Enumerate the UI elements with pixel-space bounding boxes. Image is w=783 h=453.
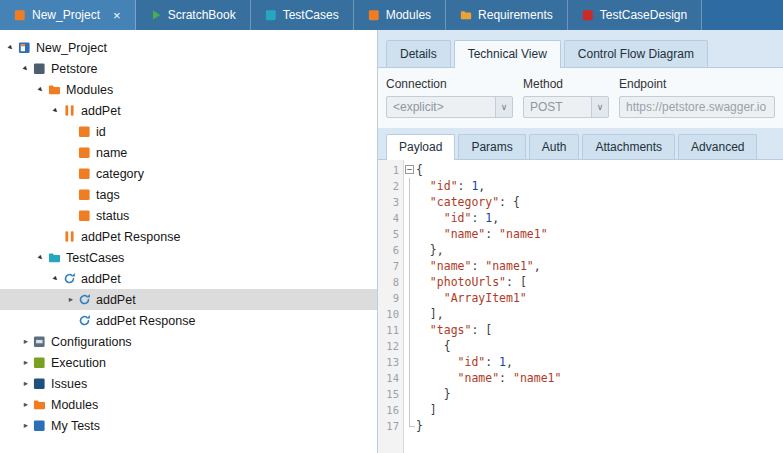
fold-guide	[403, 370, 416, 386]
mytests-icon	[33, 419, 46, 432]
collapse-arrow-icon[interactable]: ▸	[33, 82, 49, 98]
method-select[interactable]: POST	[523, 96, 609, 118]
line-number: 8	[378, 274, 403, 290]
fold-guide	[403, 322, 416, 338]
fold-toggle-icon[interactable]	[403, 162, 416, 178]
tab-technical-view[interactable]: Technical View	[454, 40, 561, 68]
indent-spacer	[0, 404, 19, 405]
fold-guide	[403, 418, 416, 434]
tree-item-new-project[interactable]: ▸New_Project	[0, 37, 377, 58]
tree-item-modules[interactable]: ▸Modules	[0, 394, 377, 415]
fold-guide	[403, 290, 416, 306]
tree-item-my-tests[interactable]: ▸My Tests	[0, 415, 377, 436]
top-tab-new-project[interactable]: New_Project×	[0, 0, 136, 30]
editor-line: 15 }	[378, 386, 783, 402]
payload-editor[interactable]: 1{2 "id": 1,3 "category": {4 "id": 1,5 "…	[378, 160, 783, 453]
indent-spacer	[0, 362, 19, 363]
execution-icon	[33, 356, 46, 369]
tree-item-modules[interactable]: ▸Modules	[0, 79, 377, 100]
tree-item-tags[interactable]: tags	[0, 184, 377, 205]
fold-guide	[403, 210, 416, 226]
testcases-icon	[265, 9, 277, 21]
code-text: "id": 1,	[416, 210, 499, 226]
top-tab-testcases[interactable]: TestCases	[251, 0, 354, 30]
testcase-icon	[63, 272, 76, 285]
expand-arrow-icon[interactable]: ▸	[19, 337, 33, 346]
tree-item-addpet[interactable]: ▸addPet	[0, 268, 377, 289]
line-number: 13	[378, 354, 403, 370]
line-number: 4	[378, 210, 403, 226]
tree-item-configurations[interactable]: ▸Configurations	[0, 331, 377, 352]
fold-guide	[403, 402, 416, 418]
tree-item-testcases[interactable]: ▸TestCases	[0, 247, 377, 268]
indent-spacer	[0, 425, 19, 426]
tree-item-id[interactable]: id	[0, 121, 377, 142]
module-icon	[63, 230, 76, 243]
tree-item-addpet-response[interactable]: addPet Response	[0, 310, 377, 331]
tree-item-addpet-response[interactable]: addPet Response	[0, 226, 377, 247]
tree-item-addpet[interactable]: ▸addPet	[0, 289, 377, 310]
tab-advanced[interactable]: Advanced	[678, 134, 757, 159]
collapse-arrow-icon[interactable]: ▸	[33, 250, 49, 266]
folder-orange-icon	[48, 83, 61, 96]
chevron-down-icon[interactable]	[591, 97, 608, 117]
tree-item-category[interactable]: category	[0, 163, 377, 184]
scratchbook-icon	[150, 9, 162, 21]
indent-spacer	[0, 47, 4, 48]
tree-item-label: addPet	[96, 293, 136, 307]
collapse-arrow-icon[interactable]: ▸	[3, 40, 19, 56]
tab-label: Modules	[386, 8, 431, 22]
tree-item-name[interactable]: name	[0, 142, 377, 163]
endpoint-input[interactable]: https://petstore.swagger.io	[619, 96, 775, 118]
line-number: 11	[378, 322, 403, 338]
code-text: ]	[416, 402, 437, 418]
editor-line: 14 "name": "name1"	[378, 370, 783, 386]
tab-params[interactable]: Params	[458, 134, 525, 159]
tab-close-icon[interactable]: ×	[113, 9, 121, 22]
request-form: Connection Method Endpoint <explicit> PO…	[378, 68, 783, 128]
tree-item-status[interactable]: status	[0, 205, 377, 226]
tree-item-addpet[interactable]: ▸addPet	[0, 100, 377, 121]
expand-arrow-icon[interactable]: ▸	[19, 379, 33, 388]
tab-payload[interactable]: Payload	[386, 134, 455, 160]
top-tab-testcasedesign[interactable]: TestCaseDesign	[568, 0, 702, 30]
new-project-icon	[14, 9, 26, 21]
tab-label: TestCases	[283, 8, 339, 22]
tab-attachments[interactable]: Attachments	[582, 134, 675, 159]
expand-arrow-icon[interactable]: ▸	[64, 295, 78, 304]
package-icon	[33, 62, 46, 75]
tab-auth[interactable]: Auth	[529, 134, 580, 159]
editor-line: 13 "id": 1,	[378, 354, 783, 370]
fold-guide	[403, 226, 416, 242]
expand-arrow-icon[interactable]: ▸	[19, 400, 33, 409]
expand-arrow-icon[interactable]: ▸	[19, 358, 33, 367]
collapse-arrow-icon[interactable]: ▸	[18, 61, 34, 77]
code-text: "tags": [	[416, 322, 492, 338]
connection-select[interactable]: <explicit>	[386, 96, 513, 118]
collapse-arrow-icon[interactable]: ▸	[48, 271, 64, 287]
module-icon	[63, 104, 76, 117]
indent-spacer	[0, 194, 64, 195]
modules-icon	[368, 9, 380, 21]
collapse-arrow-icon[interactable]: ▸	[48, 103, 64, 119]
indent-spacer	[0, 110, 49, 111]
tree-item-label: Configurations	[51, 335, 132, 349]
connection-label: Connection	[386, 77, 513, 91]
editor-line: 12 {	[378, 338, 783, 354]
tab-control-flow-diagram[interactable]: Control Flow Diagram	[564, 40, 708, 67]
tree-item-petstore[interactable]: ▸Petstore	[0, 58, 377, 79]
tab-details[interactable]: Details	[386, 40, 451, 67]
expand-arrow-icon[interactable]: ▸	[19, 421, 33, 430]
editor-line: 6 },	[378, 242, 783, 258]
tree-item-execution[interactable]: ▸Execution	[0, 352, 377, 373]
chevron-down-icon[interactable]	[495, 97, 512, 117]
code-text: ],	[416, 306, 444, 322]
tree-item-issues[interactable]: ▸Issues	[0, 373, 377, 394]
project-tree: ▸New_Project▸Petstore▸Modules▸addPetidna…	[0, 30, 378, 453]
code-text: "id": 1,	[416, 178, 485, 194]
code-text: "photoUrls": [	[416, 274, 527, 290]
top-tab-scratchbook[interactable]: ScratchBook	[136, 0, 251, 30]
tree-item-label: TestCases	[66, 251, 124, 265]
top-tab-modules[interactable]: Modules	[354, 0, 446, 30]
top-tab-requirements[interactable]: Requirements	[446, 0, 568, 30]
